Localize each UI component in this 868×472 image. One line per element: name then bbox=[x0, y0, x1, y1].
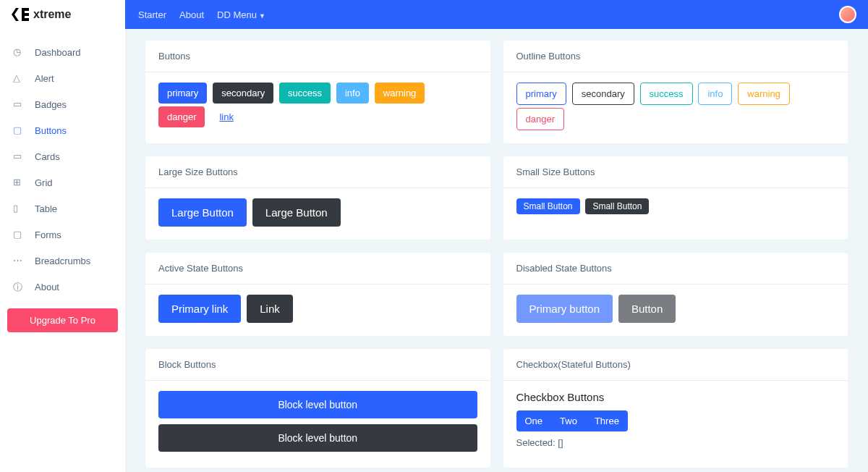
checkbox-group: One Two Three bbox=[516, 410, 628, 431]
checkbox-three[interactable]: Three bbox=[586, 410, 628, 431]
card-title: Disabled State Buttons bbox=[503, 253, 848, 285]
chevron-down-icon: ▼ bbox=[259, 12, 265, 20]
upgrade-button[interactable]: Upgrade To Pro bbox=[7, 308, 118, 332]
badges-icon: ▭ bbox=[13, 98, 25, 110]
checkbox-selected: Selected: [] bbox=[516, 437, 835, 448]
sidebar-item-label: Buttons bbox=[35, 125, 67, 136]
sidebar-item-buttons[interactable]: ▢Buttons bbox=[0, 117, 125, 143]
avatar[interactable] bbox=[839, 6, 856, 23]
sidebar-item-label: About bbox=[35, 282, 59, 292]
warning-button[interactable]: warning bbox=[375, 83, 425, 104]
nav-dd-menu[interactable]: DD Menu▼ bbox=[217, 9, 265, 20]
sidebar-item-dashboard[interactable]: ◷Dashboard bbox=[0, 39, 125, 65]
card-checkbox-buttons: Checkbox(Stateful Buttons) Checkbox Butt… bbox=[503, 349, 848, 468]
card-active-buttons: Active State Buttons Primary link Link bbox=[145, 253, 490, 336]
checkbox-heading: Checkbox Buttons bbox=[516, 391, 835, 403]
outline-secondary-button[interactable]: secondary bbox=[572, 83, 634, 105]
sidebar-item-label: Badges bbox=[35, 99, 67, 110]
large-secondary-button[interactable]: Large Button bbox=[252, 198, 341, 227]
sidebar-item-table[interactable]: ▯Table bbox=[0, 195, 125, 222]
sidebar: ◷Dashboard△Alert▭Badges▢Buttons▭Cards⊞Gr… bbox=[0, 29, 125, 472]
outline-warning-button[interactable]: warning bbox=[738, 83, 790, 105]
secondary-button[interactable]: secondary bbox=[213, 83, 273, 104]
disabled-secondary-button[interactable]: Button bbox=[618, 295, 676, 323]
sidebar-item-badges[interactable]: ▭Badges bbox=[0, 91, 125, 117]
primary-button[interactable]: primary bbox=[158, 83, 207, 104]
checkbox-two[interactable]: Two bbox=[551, 410, 586, 431]
cards-icon: ▭ bbox=[13, 151, 25, 162]
buttons-icon: ▢ bbox=[13, 125, 25, 136]
topbar: xtreme Starter About DD Menu▼ bbox=[0, 0, 868, 29]
logo-icon bbox=[12, 8, 29, 21]
breadcrumbs-icon: ⋯ bbox=[13, 255, 25, 266]
sidebar-item-label: Alert bbox=[35, 73, 54, 84]
nav-about[interactable]: About bbox=[179, 9, 204, 20]
card-title: Checkbox(Stateful Buttons) bbox=[503, 349, 848, 381]
logo[interactable]: xtreme bbox=[0, 0, 125, 29]
outline-success-button[interactable]: success bbox=[640, 83, 693, 105]
active-primary-button[interactable]: Primary link bbox=[158, 295, 241, 323]
danger-button[interactable]: danger bbox=[158, 106, 205, 127]
sidebar-item-about[interactable]: ⓘAbout bbox=[0, 274, 125, 300]
about-icon: ⓘ bbox=[13, 281, 25, 292]
sidebar-item-label: Breadcrumbs bbox=[35, 256, 90, 266]
small-secondary-button[interactable]: Small Button bbox=[585, 198, 649, 214]
nav-links: Starter About DD Menu▼ bbox=[125, 9, 278, 20]
card-title: Buttons bbox=[145, 41, 490, 72]
grid-icon: ⊞ bbox=[13, 177, 25, 188]
disabled-primary-button[interactable]: Primary button bbox=[516, 295, 613, 323]
sidebar-item-breadcrumbs[interactable]: ⋯Breadcrumbs bbox=[0, 248, 125, 274]
card-title: Small Size Buttons bbox=[503, 156, 848, 188]
active-link-button[interactable]: Link bbox=[247, 295, 293, 323]
sidebar-item-alert[interactable]: △Alert bbox=[0, 65, 125, 91]
sidebar-item-forms[interactable]: ▢Forms bbox=[0, 222, 125, 248]
block-primary-button[interactable]: Block level button bbox=[158, 391, 477, 418]
link-button[interactable]: link bbox=[210, 106, 242, 127]
dashboard-icon: ◷ bbox=[13, 46, 25, 58]
card-title: Large Size Buttons bbox=[145, 156, 490, 188]
alert-icon: △ bbox=[13, 72, 25, 84]
sidebar-item-label: Cards bbox=[35, 151, 60, 162]
card-small-buttons: Small Size Buttons Small Button Small Bu… bbox=[503, 156, 848, 240]
card-title: Block Buttons bbox=[145, 349, 490, 381]
success-button[interactable]: success bbox=[279, 83, 331, 104]
sidebar-item-label: Forms bbox=[35, 229, 61, 240]
table-icon: ▯ bbox=[13, 203, 25, 214]
sidebar-item-label: Table bbox=[35, 203, 57, 214]
sidebar-item-cards[interactable]: ▭Cards bbox=[0, 143, 125, 169]
card-title: Active State Buttons bbox=[145, 253, 490, 285]
sidebar-item-label: Dashboard bbox=[35, 47, 81, 58]
info-button[interactable]: info bbox=[336, 83, 369, 104]
sidebar-item-label: Grid bbox=[35, 177, 53, 188]
card-title: Outline Buttons bbox=[503, 41, 848, 72]
main-content: Buttons primary secondary success info w… bbox=[125, 29, 868, 472]
card-block-buttons: Block Buttons Block level button Block l… bbox=[145, 349, 490, 468]
small-primary-button[interactable]: Small Button bbox=[516, 198, 580, 214]
block-secondary-button[interactable]: Block level button bbox=[158, 424, 477, 452]
sidebar-item-grid[interactable]: ⊞Grid bbox=[0, 169, 125, 195]
brand-text: xtreme bbox=[33, 8, 71, 21]
card-buttons: Buttons primary secondary success info w… bbox=[145, 41, 490, 143]
card-disabled-buttons: Disabled State Buttons Primary button Bu… bbox=[503, 253, 848, 336]
checkbox-one[interactable]: One bbox=[516, 410, 552, 431]
card-outline-buttons: Outline Buttons primary secondary succes… bbox=[503, 41, 848, 143]
forms-icon: ▢ bbox=[13, 229, 25, 240]
nav-starter[interactable]: Starter bbox=[138, 9, 166, 20]
outline-primary-button[interactable]: primary bbox=[516, 83, 566, 105]
card-large-buttons: Large Size Buttons Large Button Large Bu… bbox=[145, 156, 490, 240]
outline-danger-button[interactable]: danger bbox=[516, 108, 564, 130]
large-primary-button[interactable]: Large Button bbox=[158, 198, 247, 227]
outline-info-button[interactable]: info bbox=[698, 83, 732, 105]
